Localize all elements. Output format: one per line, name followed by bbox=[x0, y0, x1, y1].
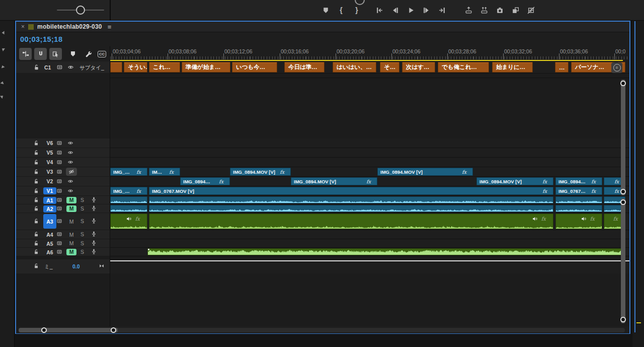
solo-button-a6[interactable]: S bbox=[80, 249, 84, 255]
close-icon[interactable]: × bbox=[21, 24, 25, 30]
slider-knob-icon[interactable] bbox=[76, 6, 85, 15]
track-target-v2[interactable]: V2 bbox=[43, 178, 56, 185]
lock-open-icon[interactable] bbox=[33, 169, 39, 175]
caption-clip[interactable]: 今日は準… bbox=[284, 62, 325, 73]
time-ruler[interactable]: 00;03;04;0600;03;08;0600;03;12;0600;03;1… bbox=[110, 46, 629, 61]
track-target-v6[interactable]: V6 bbox=[43, 140, 56, 147]
track-target-a1[interactable]: A1 bbox=[43, 197, 56, 204]
toggle-track-output-icon[interactable] bbox=[67, 150, 73, 156]
toggle-track-output-icon[interactable] bbox=[67, 64, 74, 71]
track-source-icon[interactable] bbox=[56, 140, 62, 146]
captions-menu-button[interactable]: CC bbox=[96, 48, 108, 60]
caption-clip[interactable]: でも俺これ… bbox=[438, 62, 489, 73]
audio-scrollbar-top-handle-icon[interactable] bbox=[620, 199, 626, 205]
audio-clip[interactable] bbox=[149, 196, 553, 203]
solo-button-a5[interactable]: S bbox=[80, 240, 84, 246]
voiceover-record-icon[interactable] bbox=[91, 205, 97, 212]
mute-button-a1[interactable]: M bbox=[66, 197, 76, 203]
step-forward-button[interactable] bbox=[421, 5, 432, 16]
video-clip[interactable]: IMG_0894.MOV [V]fx bbox=[476, 177, 553, 185]
audio-clip[interactable]: fx bbox=[555, 214, 602, 229]
tool-icon-fragment[interactable] bbox=[0, 63, 5, 68]
lock-open-icon[interactable] bbox=[33, 159, 39, 165]
add-marker-button[interactable] bbox=[320, 5, 331, 16]
voiceover-record-icon[interactable] bbox=[91, 240, 97, 246]
track-source-icon[interactable] bbox=[56, 188, 62, 194]
horizontal-scrollbar-thumb[interactable] bbox=[19, 328, 118, 332]
mute-button-a3[interactable]: M bbox=[66, 218, 76, 225]
voiceover-record-icon[interactable] bbox=[91, 196, 97, 203]
video-scrollbar-bottom-handle-icon[interactable] bbox=[620, 189, 626, 194]
solo-button-a1[interactable]: S bbox=[80, 197, 84, 203]
timeline-settings-button[interactable] bbox=[82, 48, 94, 60]
track-source-icon[interactable] bbox=[56, 150, 62, 156]
track-source-icon[interactable] bbox=[56, 218, 62, 224]
caption-clip[interactable]: 始まりに… bbox=[492, 62, 533, 73]
lock-open-icon[interactable] bbox=[33, 249, 39, 255]
captions-track-menu-button[interactable]: ≡ bbox=[611, 62, 622, 73]
audio-scrollbar[interactable] bbox=[621, 198, 625, 323]
caption-clip[interactable] bbox=[110, 62, 122, 73]
mute-button-a4[interactable]: M bbox=[66, 231, 76, 238]
track-source-icon[interactable] bbox=[56, 231, 62, 237]
video-scrollbar[interactable] bbox=[621, 80, 625, 195]
lock-open-icon[interactable] bbox=[33, 205, 39, 212]
nested-sequence-toggle[interactable] bbox=[19, 48, 32, 60]
caption-clip[interactable]: そうい… bbox=[124, 62, 147, 73]
voiceover-record-icon[interactable] bbox=[91, 248, 97, 255]
mark-in-button[interactable]: { bbox=[336, 5, 347, 16]
tool-icon-fragment[interactable] bbox=[0, 94, 5, 99]
caption-clip[interactable]: いつも今… bbox=[232, 62, 277, 73]
video-clip[interactable]: IMG_0894.MOV [V]fx bbox=[377, 168, 473, 176]
track-source-icon[interactable] bbox=[56, 197, 62, 203]
video-clip[interactable]: IMG_0894…fx bbox=[555, 177, 602, 185]
caption-clip[interactable]: … bbox=[555, 62, 569, 73]
caption-track-name[interactable]: C1 bbox=[44, 64, 51, 71]
lift-button[interactable] bbox=[463, 5, 474, 16]
track-target-v1[interactable]: V1 bbox=[43, 187, 56, 194]
solo-button-a4[interactable]: S bbox=[80, 231, 84, 237]
audio-scrollbar-bottom-handle-icon[interactable] bbox=[620, 317, 626, 322]
track-source-icon[interactable] bbox=[56, 205, 62, 212]
lock-open-icon[interactable] bbox=[33, 218, 39, 224]
lock-open-icon[interactable] bbox=[33, 64, 40, 71]
video-clip[interactable]: IMG_0894.MOV [V]fx bbox=[230, 168, 291, 176]
track-target-a2[interactable]: A2 bbox=[43, 205, 56, 213]
video-clip[interactable]: IMG_0767.MOV [V]fx bbox=[149, 187, 553, 195]
track-target-a3[interactable]: A3 bbox=[43, 214, 56, 229]
go-to-out-button[interactable] bbox=[436, 5, 447, 16]
audio-clip[interactable]: fx bbox=[110, 214, 147, 229]
keyframe-toggle-icon[interactable] bbox=[99, 263, 105, 269]
caption-clip[interactable]: これ… bbox=[149, 62, 180, 73]
comparison-view-button[interactable] bbox=[510, 5, 521, 16]
caption-clip[interactable]: 準備が始ま… bbox=[182, 62, 230, 73]
audio-clip[interactable] bbox=[147, 248, 625, 255]
master-volume-value[interactable]: 0.0 bbox=[72, 263, 80, 269]
tool-icon-fragment[interactable] bbox=[0, 30, 5, 35]
solo-button-a3[interactable]: S bbox=[80, 218, 84, 224]
sequence-tab-title[interactable]: mobiletechlab029-030 bbox=[37, 23, 102, 30]
track-source-icon[interactable] bbox=[56, 159, 62, 165]
mute-button-a6[interactable]: M bbox=[66, 249, 76, 255]
track-target-v3[interactable]: V3 bbox=[43, 168, 56, 175]
lock-open-icon[interactable] bbox=[33, 178, 39, 184]
lock-open-icon[interactable] bbox=[33, 263, 39, 269]
snap-toggle[interactable] bbox=[34, 48, 47, 60]
caption-track-label[interactable]: サブタイ_ bbox=[79, 64, 104, 72]
toggle-track-output-icon[interactable] bbox=[67, 188, 73, 194]
playback-zoom-slider[interactable] bbox=[57, 5, 104, 15]
video-clip[interactable]: IMG_…fx bbox=[110, 187, 147, 195]
video-clip[interactable]: IMG_0894…fx bbox=[180, 177, 230, 185]
panel-menu-icon[interactable]: ≡ bbox=[108, 23, 112, 31]
lock-open-icon[interactable] bbox=[33, 197, 39, 203]
caption-clip[interactable]: 次はす… bbox=[402, 62, 435, 73]
audio-clip[interactable] bbox=[149, 205, 553, 212]
solo-button-a2[interactable]: S bbox=[80, 205, 84, 212]
master-track-name[interactable]: ミ_ bbox=[44, 263, 53, 270]
mark-out-button[interactable]: } bbox=[351, 5, 362, 16]
track-target-a5[interactable]: A5 bbox=[43, 240, 56, 247]
lock-open-icon[interactable] bbox=[33, 231, 39, 237]
step-back-button[interactable] bbox=[389, 5, 400, 16]
mute-button-a5[interactable]: M bbox=[66, 240, 76, 247]
audio-clip[interactable]: fx bbox=[149, 214, 553, 229]
